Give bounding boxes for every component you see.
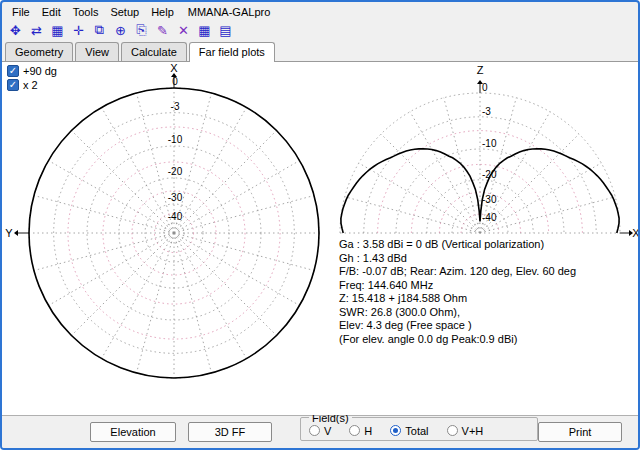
radio-label: V [324, 425, 331, 437]
stats-line: F/B: -0.07 dB; Rear: Azim. 120 deg, Elev… [339, 265, 576, 279]
tab-calculate[interactable]: Calculate [121, 42, 187, 61]
checkbox-plus90-box[interactable]: ✓ [7, 65, 19, 77]
grid-icon[interactable]: ▦ [195, 22, 214, 39]
menu-edit[interactable]: Edit [36, 5, 67, 19]
radio-total-circle[interactable] [390, 425, 401, 436]
svg-text:0: 0 [482, 82, 488, 93]
elevation-button[interactable]: Elevation [90, 422, 176, 442]
add-element-icon[interactable]: ✛ [69, 22, 88, 39]
tab-far-field-plots[interactable]: Far field plots [189, 42, 275, 62]
svg-text:-40: -40 [482, 212, 497, 223]
radio-vplush[interactable]: V+H [447, 425, 484, 437]
radio-h[interactable]: H [349, 425, 372, 437]
radio-total[interactable]: Total [390, 425, 428, 437]
footer: Elevation 3D FF Field(s) VHTotalV+H Prin… [2, 415, 638, 448]
app-window: FileEditToolsSetupHelp MMANA-GALpro ✥⇄▦✛… [0, 0, 640, 450]
svg-text:X: X [632, 227, 638, 239]
stats-line: Z: 15.418 + j184.588 Ohm [339, 292, 576, 306]
3d-ff-button[interactable]: 3D FF [188, 422, 272, 442]
field-radios: VHTotalV+H [309, 425, 529, 437]
svg-text:-30: -30 [482, 194, 497, 205]
tab-geometry[interactable]: Geometry [5, 42, 73, 61]
fields-group: Field(s) VHTotalV+H [300, 412, 538, 441]
print-button[interactable]: Print [538, 422, 622, 442]
swap-horizontal-icon[interactable]: ⇄ [27, 22, 46, 39]
paste-icon[interactable]: ⎘ [132, 22, 151, 39]
tab-view[interactable]: View [75, 42, 119, 61]
stats-line: SWR: 26.8 (300.0 Ohm), [339, 306, 576, 320]
toolbar: ✥⇄▦✛⧉⊕⎘✎✕▦▤ [2, 20, 638, 41]
svg-text:-30: -30 [168, 192, 183, 203]
table-icon[interactable]: ▤ [216, 22, 235, 39]
delete-icon[interactable]: ✕ [174, 22, 193, 39]
stats-line: Freq: 144.640 MHz [339, 279, 576, 293]
checkbox-x2-label: x 2 [23, 79, 38, 91]
add-page-icon[interactable]: ⊕ [111, 22, 130, 39]
menu-setup[interactable]: Setup [104, 5, 145, 19]
stats-line: Ga : 3.58 dBi = 0 dB (Vertical polarizat… [339, 238, 576, 252]
checkbox-plus90-label: +90 dg [23, 65, 57, 77]
edit-icon[interactable]: ✎ [153, 22, 172, 39]
svg-text:Z: Z [477, 64, 484, 76]
stats-block: Ga : 3.58 dBi = 0 dB (Vertical polarizat… [339, 238, 576, 346]
checkbox-x2[interactable]: ✓ x 2 [7, 79, 57, 91]
svg-text:Y: Y [5, 227, 13, 239]
menu-file[interactable]: File [6, 5, 36, 19]
azimuth-plot: 0-3-10-20-30-40XY [5, 62, 319, 378]
radio-v-circle[interactable] [309, 425, 320, 436]
radio-h-circle[interactable] [349, 425, 360, 436]
checkbox-plus90[interactable]: ✓ +90 dg [7, 65, 57, 77]
svg-text:-10: -10 [482, 138, 497, 149]
menubar: FileEditToolsSetupHelp MMANA-GALpro [2, 2, 638, 20]
stats-line: Gh : 1.43 dBd [339, 252, 576, 266]
radio-label: V+H [462, 425, 484, 437]
app-title: MMANA-GALpro [188, 6, 271, 18]
svg-text:-40: -40 [168, 211, 183, 222]
radio-v[interactable]: V [309, 425, 331, 437]
menu-tools[interactable]: Tools [67, 5, 105, 19]
plot-area: ✓ +90 dg ✓ x 2 0-3-10-20-30-40XY0-3-10-2… [2, 62, 638, 415]
radio-vplush-circle[interactable] [447, 425, 458, 436]
svg-text:-3: -3 [482, 106, 491, 117]
svg-text:-3: -3 [171, 101, 180, 112]
tabbar: GeometryViewCalculateFar field plots [2, 41, 638, 62]
stats-line: (For elev. angle 0.0 dg Peak:0.9 dBi) [339, 333, 576, 347]
checkbox-x2-box[interactable]: ✓ [7, 79, 19, 91]
pan-arrows-icon[interactable]: ✥ [6, 22, 25, 39]
elevation-plot: 0-3-10-20-30-40ZX [340, 64, 638, 239]
radio-label: H [364, 425, 372, 437]
menu-help[interactable]: Help [145, 5, 180, 19]
svg-text:0: 0 [172, 76, 178, 87]
radio-label: Total [405, 425, 428, 437]
copy-icon[interactable]: ⧉ [90, 22, 109, 39]
stats-line: Elev: 4.3 deg (Free space ) [339, 319, 576, 333]
svg-text:-10: -10 [168, 134, 183, 145]
svg-text:-20: -20 [168, 166, 183, 177]
wire-table-icon[interactable]: ▦ [48, 22, 67, 39]
svg-text:X: X [170, 62, 178, 74]
plot-options: ✓ +90 dg ✓ x 2 [7, 65, 57, 91]
menu-items: FileEditToolsSetupHelp [6, 5, 180, 19]
